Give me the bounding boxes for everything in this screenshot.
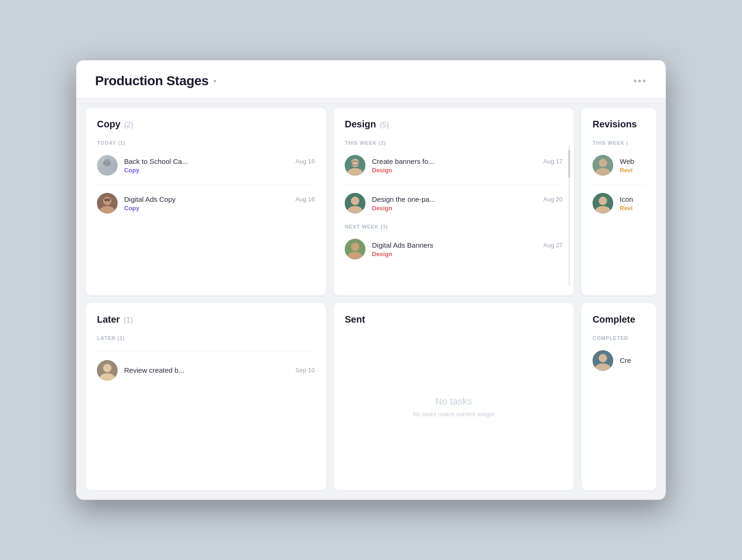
design-column-count: (5) [380, 121, 389, 129]
task-item[interactable]: Digital Ads Copy Aug 16 Copy [97, 189, 315, 217]
task-info: Digital Ads Copy Aug 16 Copy [124, 195, 315, 212]
avatar [97, 360, 118, 381]
scrollbar-thumb[interactable] [568, 150, 570, 178]
later-column-count: (1) [124, 316, 133, 324]
svg-point-24 [599, 197, 607, 205]
empty-state-title: No tasks [436, 396, 472, 407]
task-tag: Design [372, 167, 563, 174]
task-info: Design the one-pa... Aug 20 Design [372, 195, 563, 212]
scrollbar-track[interactable] [568, 145, 570, 286]
task-title-row: Icon [620, 195, 645, 203]
task-name: Back to School Ca... [124, 157, 292, 165]
avatar [593, 155, 613, 176]
task-info: Create banners fo... Aug 17 Design [372, 157, 563, 174]
svg-point-27 [103, 364, 111, 372]
svg-rect-4 [107, 162, 110, 164]
task-tag: Revi [620, 205, 645, 212]
complete-column-title: Complete [593, 314, 635, 325]
sent-empty-state: No tasks No tasks match current widget [345, 333, 563, 481]
svg-point-18 [351, 243, 359, 251]
task-title-row: Web [620, 157, 645, 165]
task-tag: Revi [620, 167, 645, 174]
task-name: Review created b... [124, 366, 292, 374]
revisions-column-header: Revisions [593, 119, 645, 130]
design-column: Design (5) THIS WEEK (2) [334, 108, 574, 295]
task-date: Sep 10 [296, 367, 315, 374]
task-divider [345, 184, 563, 184]
task-item[interactable]: Cre [593, 346, 645, 375]
task-name: Web [620, 157, 645, 165]
task-name: Design the one-pa... [372, 195, 540, 203]
empty-state-subtitle: No tasks match current widget [413, 411, 495, 418]
header: Production Stages ▾ ••• [76, 60, 666, 98]
task-tag: Copy [124, 167, 315, 174]
revisions-section-thisweek: THIS WEEK ( [593, 140, 645, 146]
copy-column-header: Copy (2) [97, 119, 315, 130]
task-name: Digital Ads Copy [124, 195, 292, 203]
task-tag: Copy [124, 205, 315, 212]
svg-point-11 [351, 159, 359, 167]
task-divider [97, 351, 315, 352]
page-title: Production Stages [95, 74, 208, 88]
later-column-header: Later (1) [97, 314, 315, 325]
svg-point-6 [103, 197, 111, 205]
task-info: Review created b... Sep 10 [124, 366, 315, 374]
app-window: Production Stages ▾ ••• Copy (2) TODAY (… [76, 60, 666, 500]
complete-column-header: Complete [593, 314, 645, 325]
later-column-title: Later [97, 314, 120, 325]
task-title-row: Review created b... Sep 10 [124, 366, 315, 374]
task-item[interactable]: Create banners fo... Aug 17 Design [345, 151, 563, 179]
copy-column-title: Copy [97, 119, 120, 130]
task-item[interactable]: Design the one-pa... Aug 20 Design [345, 189, 563, 217]
more-options-button[interactable]: ••• [633, 75, 647, 87]
avatar [97, 155, 118, 176]
design-column-header: Design (5) [345, 119, 563, 130]
design-column-title: Design [345, 119, 376, 130]
task-date: Aug 16 [296, 158, 315, 165]
svg-point-1 [100, 168, 115, 176]
task-date: Aug 16 [296, 196, 315, 203]
avatar [593, 193, 613, 214]
task-item[interactable]: Web Revi [593, 151, 645, 179]
copy-section-today: TODAY (1) [97, 140, 315, 146]
sent-column-header: Sent [345, 314, 563, 325]
task-title-row: Cre [620, 356, 645, 364]
task-name: Digital Ads Banners [372, 241, 540, 249]
task-date: Aug 17 [543, 158, 563, 165]
task-info: Icon Revi [620, 195, 645, 212]
task-name: Icon [620, 195, 645, 203]
complete-section-label: COMPLETED [593, 335, 645, 341]
design-section-nextweek: NEXT WEEK (3) [345, 224, 563, 229]
task-tag: Design [372, 251, 563, 258]
task-item[interactable]: Digital Ads Banners Aug 27 Design [345, 235, 563, 263]
main-content: Copy (2) TODAY (1) [76, 98, 666, 500]
svg-rect-3 [103, 162, 106, 164]
copy-column-count: (2) [124, 121, 134, 129]
avatar [593, 350, 613, 371]
task-title-row: Design the one-pa... Aug 20 [372, 195, 563, 203]
later-section-label: LATER (1) [97, 335, 315, 341]
avatar [345, 155, 365, 176]
revisions-column-title: Revisions [593, 119, 637, 130]
task-tag: Design [372, 205, 563, 212]
task-title-row: Digital Ads Banners Aug 27 [372, 241, 563, 249]
later-column: Later (1) LATER (1) Review created b... [86, 303, 326, 491]
task-date: Aug 20 [543, 196, 563, 203]
avatar [345, 239, 365, 259]
task-info: Cre [620, 356, 645, 364]
sent-column-title: Sent [345, 314, 365, 325]
avatar [345, 193, 365, 214]
task-item[interactable]: Back to School Ca... Aug 16 Copy [97, 151, 315, 179]
svg-point-21 [599, 159, 607, 167]
task-title-row: Digital Ads Copy Aug 16 [124, 195, 315, 203]
design-section-thisweek: THIS WEEK (2) [345, 140, 563, 146]
task-info: Back to School Ca... Aug 16 Copy [124, 157, 315, 174]
dropdown-arrow-icon[interactable]: ▾ [213, 77, 216, 85]
task-item[interactable]: Icon Revi [593, 189, 645, 217]
task-item[interactable]: Review created b... Sep 10 [97, 356, 315, 384]
task-name: Create banners fo... [372, 157, 540, 165]
complete-column: Complete COMPLETED Cre [581, 303, 656, 491]
task-divider [97, 184, 315, 184]
task-title-row: Create banners fo... Aug 17 [372, 157, 563, 165]
svg-point-15 [351, 197, 359, 205]
